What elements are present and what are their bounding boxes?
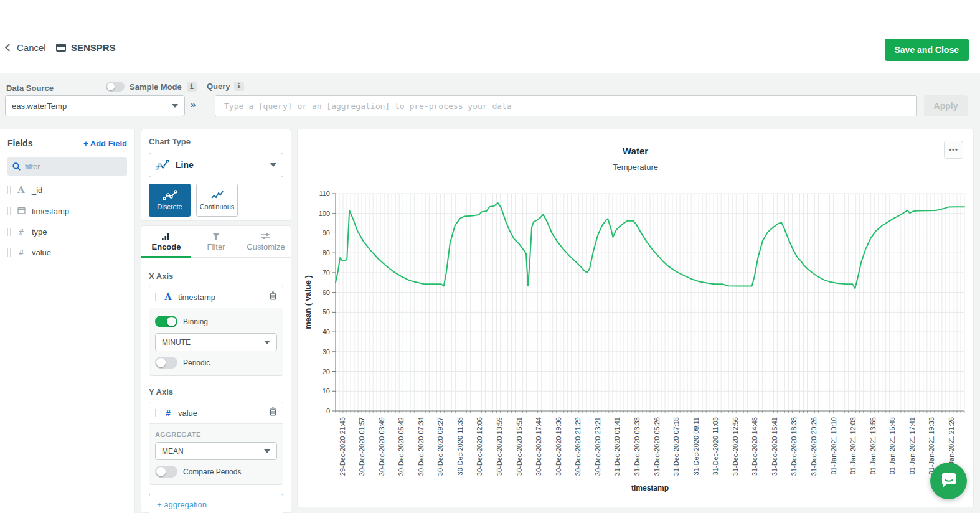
tab-filter-label: Filter [207, 242, 225, 252]
query-info-icon[interactable]: i [234, 82, 244, 91]
svg-text:01-Jan-2021 15:48: 01-Jan-2021 15:48 [888, 417, 896, 474]
workspace: Data Source Sample Mode i Query i eas.wa… [0, 73, 980, 513]
dashboard-breadcrumb[interactable]: SENSPRS [56, 42, 116, 53]
drag-handle-icon[interactable] [155, 409, 158, 417]
binning-toggle[interactable] [155, 316, 177, 327]
svg-text:31-Dec-2020 14:48: 31-Dec-2020 14:48 [751, 417, 758, 476]
svg-text:30-Dec-2020 23:21: 30-Dec-2020 23:21 [594, 417, 601, 476]
svg-text:30-Dec-2020 03:49: 30-Dec-2020 03:49 [378, 417, 385, 476]
encode-panel: Encode Filter Customize X Axis A [141, 225, 291, 513]
chevron-left-icon [5, 44, 13, 52]
fields-panel: Fields + Add Field A_idtimestamp#type#va… [0, 129, 135, 513]
drag-handle-icon [7, 228, 11, 236]
svg-text:31-Dec-2020 05:26: 31-Dec-2020 05:26 [653, 417, 661, 476]
discrete-button[interactable]: Discrete [149, 184, 191, 217]
binning-label: Binning [183, 318, 208, 326]
tab-filter[interactable]: Filter [191, 226, 241, 257]
svg-text:31-Dec-2020 20:26: 31-Dec-2020 20:26 [810, 417, 817, 476]
number-type-icon: # [163, 408, 173, 418]
chart-type-panel: Chart Type Line Discrete [141, 129, 291, 221]
apply-button[interactable]: Apply [924, 95, 968, 116]
svg-text:80: 80 [323, 249, 330, 256]
sample-mode-toggle[interactable] [106, 82, 125, 92]
field-item-timestamp[interactable]: timestamp [0, 200, 134, 222]
x-axis-card: A timestamp Binning MINUTE [149, 286, 283, 376]
trash-icon[interactable] [269, 291, 277, 303]
svg-text:100: 100 [319, 210, 330, 217]
svg-text:01-Jan-2021 17:41: 01-Jan-2021 17:41 [908, 417, 916, 474]
continuous-line-icon [210, 190, 225, 201]
sample-mode-label: Sample Mode [130, 82, 182, 92]
pipe-chevrons-icon: » [191, 99, 196, 110]
chat-bubble-icon [940, 473, 958, 489]
field-item-_id[interactable]: A_id [0, 179, 134, 200]
funnel-icon [191, 232, 241, 241]
tab-customize[interactable]: Customize [241, 226, 291, 257]
line-chart: 010203040506070809010011029-Dec-2020 21:… [298, 129, 974, 508]
svg-text:01-Jan-2021 19:33: 01-Jan-2021 19:33 [928, 417, 935, 474]
string-type-icon: A [163, 292, 173, 302]
discrete-label: Discrete [157, 203, 182, 210]
discrete-line-icon [163, 190, 177, 201]
cancel-button[interactable]: Cancel [6, 42, 46, 53]
drag-handle-icon [7, 207, 11, 215]
trash-icon[interactable] [269, 407, 277, 418]
save-and-close-button[interactable]: Save and Close [885, 39, 969, 61]
calendar-icon [16, 206, 26, 216]
svg-text:01-Jan-2021 12:03: 01-Jan-2021 12:03 [849, 417, 857, 474]
svg-text:31-Dec-2020 01:41: 31-Dec-2020 01:41 [613, 417, 621, 476]
y-axis-card: # value AGGREGATE MEAN Compare Periods [149, 402, 283, 485]
svg-text:30: 30 [323, 348, 330, 355]
field-item-value[interactable]: #value [0, 242, 134, 263]
caret-down-icon [270, 163, 276, 167]
svg-text:30-Dec-2020 01:57: 30-Dec-2020 01:57 [358, 417, 365, 476]
svg-text:110: 110 [319, 190, 330, 197]
svg-text:60: 60 [323, 289, 330, 296]
periodic-toggle[interactable] [155, 357, 177, 369]
tab-encode[interactable]: Encode [141, 226, 191, 257]
add-aggregation-button[interactable]: + aggregation [149, 494, 283, 513]
svg-text:31-Dec-2020 03:33: 31-Dec-2020 03:33 [633, 417, 641, 476]
aggregate-select[interactable]: MEAN [155, 442, 277, 460]
y-axis-field-name: value [178, 408, 197, 418]
sample-mode-info-icon[interactable]: i [187, 82, 197, 92]
query-input[interactable] [215, 95, 917, 116]
field-filter-box [7, 157, 127, 176]
svg-text:31-Dec-2020 16:41: 31-Dec-2020 16:41 [771, 417, 778, 476]
add-field-button[interactable]: + Add Field [83, 139, 127, 148]
svg-text:70: 70 [323, 269, 330, 276]
svg-text:30-Dec-2020 12:06: 30-Dec-2020 12:06 [476, 417, 483, 476]
fields-title: Fields [7, 138, 32, 148]
drag-handle-icon[interactable] [155, 293, 158, 301]
svg-text:31-Dec-2020 09:11: 31-Dec-2020 09:11 [692, 417, 700, 475]
svg-text:0: 0 [326, 407, 330, 415]
aggregate-value: MEAN [162, 447, 184, 456]
svg-text:31-Dec-2020 18:33: 31-Dec-2020 18:33 [790, 417, 798, 476]
compare-periods-label: Compare Periods [183, 468, 241, 476]
field-item-type[interactable]: #type [0, 222, 134, 242]
svg-text:29-Dec-2020 21:43: 29-Dec-2020 21:43 [339, 417, 346, 476]
chat-launcher-button[interactable] [930, 463, 967, 499]
svg-text:mean ( value ): mean ( value ) [303, 275, 313, 329]
data-source-select[interactable]: eas.waterTemp [5, 95, 185, 116]
y-axis-label: Y Axis [149, 387, 283, 397]
field-filter-input[interactable] [25, 162, 112, 171]
chart-type-select[interactable]: Line [149, 153, 283, 177]
aggregate-label: AGGREGATE [155, 431, 277, 438]
string-type-icon: A [16, 185, 26, 195]
drag-handle-icon [7, 248, 11, 256]
svg-text:30-Dec-2020 19:36: 30-Dec-2020 19:36 [555, 417, 562, 476]
svg-text:01-Jan-2021 13:55: 01-Jan-2021 13:55 [869, 417, 877, 474]
bin-size-select[interactable]: MINUTE [155, 333, 277, 351]
tab-customize-label: Customize [247, 242, 285, 252]
compare-periods-toggle[interactable] [155, 466, 177, 478]
x-axis-field-name: timestamp [178, 293, 215, 302]
data-source-label: Data Source [6, 83, 54, 93]
x-axis-label: X Axis [149, 271, 283, 281]
svg-text:01-Jan-2021 10:10: 01-Jan-2021 10:10 [830, 417, 837, 474]
svg-text:31-Dec-2020 11:03: 31-Dec-2020 11:03 [712, 417, 719, 475]
svg-text:31-Dec-2020 07:18: 31-Dec-2020 07:18 [672, 417, 680, 476]
bars-icon [141, 232, 191, 241]
continuous-button[interactable]: Continuous [196, 184, 238, 217]
svg-text:10: 10 [323, 387, 330, 395]
